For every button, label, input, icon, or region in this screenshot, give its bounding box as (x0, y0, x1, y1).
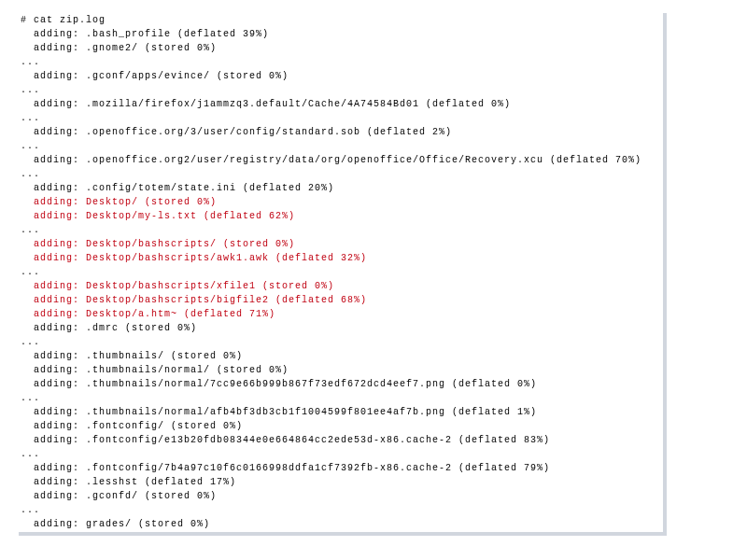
ellipsis-line: ... (21, 503, 657, 517)
log-line: adding: Desktop/a.htm~ (deflated 71%) (21, 307, 657, 321)
log-line: adding: Desktop/bashscripts/ (stored 0%) (21, 237, 657, 251)
log-line: adding: .config/totem/state.ini (deflate… (21, 181, 657, 195)
log-line: adding: .mozilla/firefox/j1ammzq3.defaul… (21, 97, 657, 111)
slide-frame: # cat zip.log adding: .bash_profile (def… (0, 0, 747, 560)
log-line: adding: Desktop/bashscripts/awk1.awk (de… (21, 251, 657, 265)
log-line: adding: .fontconfig/e13b20fdb08344e0e664… (21, 433, 657, 447)
log-line: adding: .dmrc (stored 0%) (21, 321, 657, 335)
log-line: adding: .fontconfig/7b4a97c10f6c0166998d… (21, 461, 657, 475)
log-line: adding: Desktop/ (stored 0%) (21, 195, 657, 209)
log-line: adding: .openoffice.org2/user/registry/d… (21, 153, 657, 167)
command-line: # cat zip.log (21, 13, 657, 27)
ellipsis-line: ... (21, 167, 657, 181)
terminal-sheet: # cat zip.log adding: .bash_profile (def… (15, 9, 663, 532)
log-line: adding: .openoffice.org/3/user/config/st… (21, 125, 657, 139)
log-line: adding: .thumbnails/normal/ (stored 0%) (21, 363, 657, 377)
log-line: adding: Desktop/bashscripts/bigfile2 (de… (21, 293, 657, 307)
ellipsis-line: ... (21, 139, 657, 153)
log-line: adding: .gconf/apps/evince/ (stored 0%) (21, 69, 657, 83)
log-line: adding: Desktop/bashscripts/xfile1 (stor… (21, 279, 657, 293)
ellipsis-line: ... (21, 55, 657, 69)
log-line: adding: grades/ (stored 0%) (21, 517, 657, 531)
log-line: adding: .thumbnails/ (stored 0%) (21, 349, 657, 363)
ellipsis-line: ... (21, 83, 657, 97)
log-line: adding: Desktop/my-ls.txt (deflated 62%) (21, 209, 657, 223)
ellipsis-line: ... (21, 335, 657, 349)
log-line: adding: .gconfd/ (stored 0%) (21, 489, 657, 503)
log-line: adding: .thumbnails/normal/afb4bf3db3cb1… (21, 405, 657, 419)
ellipsis-line: ... (21, 531, 657, 532)
terminal-output: # cat zip.log adding: .bash_profile (def… (21, 13, 657, 532)
ellipsis-line: ... (21, 265, 657, 279)
log-line: adding: .lesshst (deflated 17%) (21, 475, 657, 489)
ellipsis-line: ... (21, 391, 657, 405)
ellipsis-line: ... (21, 223, 657, 237)
log-line: adding: .fontconfig/ (stored 0%) (21, 419, 657, 433)
ellipsis-line: ... (21, 447, 657, 461)
log-line: adding: .bash_profile (deflated 39%) (21, 27, 657, 41)
log-line: adding: .gnome2/ (stored 0%) (21, 41, 657, 55)
log-line: adding: .thumbnails/normal/7cc9e66b999b8… (21, 377, 657, 391)
ellipsis-line: ... (21, 111, 657, 125)
